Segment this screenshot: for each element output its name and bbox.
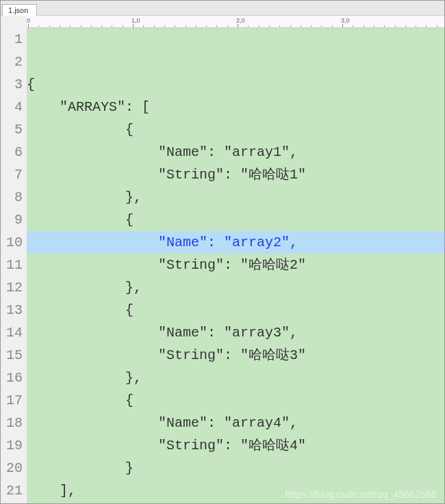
code-line[interactable]: "String": "哈哈哒4": [27, 434, 444, 457]
line-number: 13: [1, 299, 23, 321]
ruler-label: 3,0: [341, 17, 350, 24]
ruler-label: 0: [27, 17, 30, 24]
code-line[interactable]: {: [27, 118, 444, 141]
line-number: 5: [1, 118, 23, 141]
line-number: 1: [1, 28, 23, 51]
code-line[interactable]: {: [27, 73, 444, 96]
line-number: 4: [1, 96, 23, 118]
ruler-label: 1,0: [131, 17, 140, 24]
line-number: 9: [1, 209, 23, 231]
line-number: 18: [1, 412, 23, 434]
code-editor[interactable]: 123456789101112131415161718192021 { "ARR…: [1, 28, 444, 504]
code-line[interactable]: "String": "哈哈哒2": [27, 254, 444, 276]
line-number: 15: [1, 344, 23, 367]
code-area[interactable]: { "ARRAYS": [ { "Name": "array1", "Strin…: [27, 28, 444, 504]
line-number: 10: [1, 231, 23, 254]
line-number: 20: [1, 457, 23, 479]
line-number: 17: [1, 389, 23, 412]
code-line[interactable]: }: [27, 457, 444, 479]
code-line[interactable]: },: [27, 367, 444, 389]
code-line[interactable]: "Name": "array1",: [27, 141, 444, 163]
line-number: 7: [1, 163, 23, 186]
ruler-label: 2,0: [236, 17, 245, 24]
line-number: 6: [1, 141, 23, 163]
line-number-gutter: 123456789101112131415161718192021: [1, 28, 27, 504]
watermark: https://blog.csdn.net/qq_45662588: [285, 489, 437, 500]
ruler: 01,02,03,0: [27, 16, 444, 28]
line-number: 11: [1, 254, 23, 276]
line-number: 14: [1, 321, 23, 344]
line-number: 12: [1, 276, 23, 299]
code-line[interactable]: },: [27, 276, 444, 299]
line-number: 2: [1, 51, 23, 73]
code-line[interactable]: "Name": "array2",: [27, 231, 444, 254]
code-line[interactable]: },: [27, 186, 444, 209]
code-line[interactable]: {: [27, 299, 444, 321]
line-number: 21: [1, 479, 23, 502]
line-number: 16: [1, 367, 23, 389]
tab-bar: 1.json: [1, 1, 444, 16]
code-line[interactable]: "String": "哈哈哒1": [27, 163, 444, 186]
code-line[interactable]: "String": "哈哈哒3": [27, 344, 444, 367]
file-tab[interactable]: 1.json: [2, 4, 37, 16]
line-number: 19: [1, 434, 23, 457]
code-line[interactable]: "Name": "array3",: [27, 321, 444, 344]
code-line[interactable]: "ARRAYS": [: [27, 96, 444, 118]
code-line[interactable]: "Name": "array4",: [27, 412, 444, 434]
line-number: 3: [1, 73, 23, 96]
code-line[interactable]: {: [27, 389, 444, 412]
code-line[interactable]: {: [27, 209, 444, 231]
line-number: 8: [1, 186, 23, 209]
